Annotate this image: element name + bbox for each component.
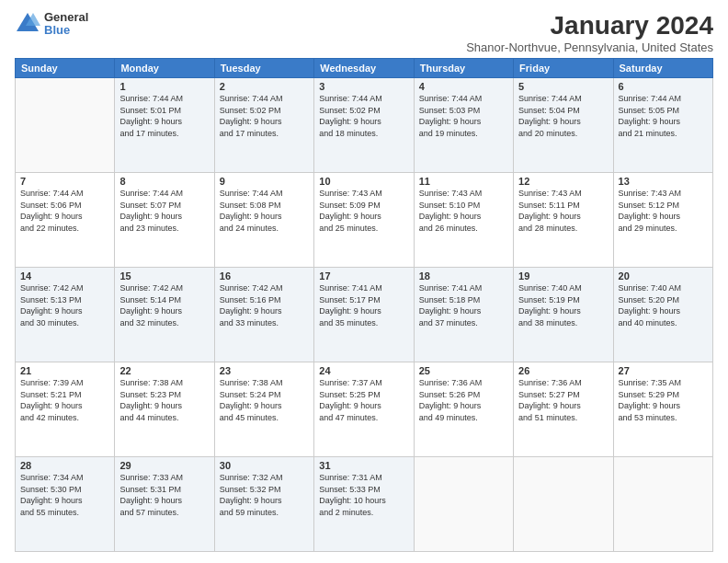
logo: General Blue (15, 11, 88, 38)
day-cell: 12Sunrise: 7:43 AM Sunset: 5:11 PM Dayli… (514, 173, 613, 268)
header-friday: Friday (514, 59, 613, 78)
day-cell (514, 457, 613, 552)
day-number: 13 (619, 176, 708, 187)
header-tuesday: Tuesday (214, 59, 313, 78)
day-info: Sunrise: 7:44 AM Sunset: 5:07 PM Dayligh… (119, 188, 209, 234)
day-number: 11 (419, 176, 508, 187)
day-cell: 13Sunrise: 7:43 AM Sunset: 5:12 PM Dayli… (613, 173, 712, 268)
week-row-3: 14Sunrise: 7:42 AM Sunset: 5:13 PM Dayli… (16, 268, 713, 362)
day-number: 17 (319, 270, 408, 282)
day-info: Sunrise: 7:43 AM Sunset: 5:12 PM Dayligh… (619, 188, 708, 234)
day-cell: 3Sunrise: 7:44 AM Sunset: 5:02 PM Daylig… (314, 78, 414, 173)
logo-blue-text: Blue (44, 24, 88, 37)
header-wednesday: Wednesday (314, 59, 414, 78)
day-cell: 2Sunrise: 7:44 AM Sunset: 5:02 PM Daylig… (214, 78, 313, 173)
header: General Blue January 2024 Shanor-Northvu… (15, 11, 713, 54)
day-number: 14 (20, 270, 109, 282)
day-number: 3 (319, 81, 408, 92)
day-info: Sunrise: 7:43 AM Sunset: 5:10 PM Dayligh… (419, 188, 508, 234)
day-cell: 11Sunrise: 7:43 AM Sunset: 5:10 PM Dayli… (414, 173, 513, 268)
day-info: Sunrise: 7:44 AM Sunset: 5:04 PM Dayligh… (518, 93, 608, 139)
day-cell (613, 457, 712, 552)
day-number: 20 (619, 270, 708, 282)
day-number: 24 (319, 365, 408, 376)
day-info: Sunrise: 7:43 AM Sunset: 5:09 PM Dayligh… (319, 188, 408, 234)
day-number: 8 (119, 176, 209, 187)
day-cell: 9Sunrise: 7:44 AM Sunset: 5:08 PM Daylig… (214, 173, 313, 268)
logo-general-text: General (44, 11, 88, 24)
subtitle: Shanor-Northvue, Pennsylvania, United St… (466, 40, 713, 54)
day-cell: 4Sunrise: 7:44 AM Sunset: 5:03 PM Daylig… (414, 78, 513, 173)
day-cell: 20Sunrise: 7:40 AM Sunset: 5:20 PM Dayli… (613, 268, 712, 362)
calendar-table: Sunday Monday Tuesday Wednesday Thursday… (15, 58, 713, 552)
day-info: Sunrise: 7:44 AM Sunset: 5:01 PM Dayligh… (119, 93, 209, 139)
day-cell: 26Sunrise: 7:36 AM Sunset: 5:27 PM Dayli… (514, 362, 613, 457)
page: General Blue January 2024 Shanor-Northvu… (0, 0, 728, 563)
day-cell: 27Sunrise: 7:35 AM Sunset: 5:29 PM Dayli… (613, 362, 712, 457)
day-number: 15 (119, 270, 209, 282)
day-number: 21 (20, 365, 109, 376)
day-number: 9 (220, 176, 309, 187)
week-row-4: 21Sunrise: 7:39 AM Sunset: 5:21 PM Dayli… (16, 362, 713, 457)
day-cell: 8Sunrise: 7:44 AM Sunset: 5:07 PM Daylig… (115, 173, 214, 268)
day-number: 10 (319, 176, 408, 187)
day-cell: 24Sunrise: 7:37 AM Sunset: 5:25 PM Dayli… (314, 362, 414, 457)
day-info: Sunrise: 7:42 AM Sunset: 5:16 PM Dayligh… (220, 282, 309, 328)
title-block: January 2024 Shanor-Northvue, Pennsylvan… (466, 11, 713, 54)
day-info: Sunrise: 7:44 AM Sunset: 5:08 PM Dayligh… (220, 188, 309, 234)
day-number: 7 (20, 176, 109, 187)
day-info: Sunrise: 7:42 AM Sunset: 5:14 PM Dayligh… (119, 282, 209, 328)
day-cell: 25Sunrise: 7:36 AM Sunset: 5:26 PM Dayli… (414, 362, 513, 457)
header-thursday: Thursday (414, 59, 513, 78)
day-cell: 30Sunrise: 7:32 AM Sunset: 5:32 PM Dayli… (214, 457, 313, 552)
day-cell: 17Sunrise: 7:41 AM Sunset: 5:17 PM Dayli… (314, 268, 414, 362)
day-number: 6 (619, 81, 708, 92)
day-info: Sunrise: 7:42 AM Sunset: 5:13 PM Dayligh… (20, 282, 109, 328)
day-cell: 28Sunrise: 7:34 AM Sunset: 5:30 PM Dayli… (16, 457, 115, 552)
week-row-5: 28Sunrise: 7:34 AM Sunset: 5:30 PM Dayli… (16, 457, 713, 552)
day-cell: 19Sunrise: 7:40 AM Sunset: 5:19 PM Dayli… (514, 268, 613, 362)
header-monday: Monday (115, 59, 214, 78)
logo-text: General Blue (44, 11, 88, 38)
day-number: 2 (220, 81, 309, 92)
day-cell: 21Sunrise: 7:39 AM Sunset: 5:21 PM Dayli… (16, 362, 115, 457)
day-number: 12 (518, 176, 608, 187)
day-cell: 29Sunrise: 7:33 AM Sunset: 5:31 PM Dayli… (115, 457, 214, 552)
day-number: 27 (619, 365, 708, 376)
day-info: Sunrise: 7:44 AM Sunset: 5:02 PM Dayligh… (319, 93, 408, 139)
day-info: Sunrise: 7:43 AM Sunset: 5:11 PM Dayligh… (518, 188, 608, 234)
day-number: 29 (119, 460, 209, 471)
day-number: 18 (419, 270, 508, 282)
week-row-1: 1Sunrise: 7:44 AM Sunset: 5:01 PM Daylig… (16, 78, 713, 173)
day-cell: 18Sunrise: 7:41 AM Sunset: 5:18 PM Dayli… (414, 268, 513, 362)
day-cell: 16Sunrise: 7:42 AM Sunset: 5:16 PM Dayli… (214, 268, 313, 362)
day-cell: 14Sunrise: 7:42 AM Sunset: 5:13 PM Dayli… (16, 268, 115, 362)
day-number: 22 (119, 365, 209, 376)
day-number: 26 (518, 365, 608, 376)
day-info: Sunrise: 7:40 AM Sunset: 5:20 PM Dayligh… (619, 282, 708, 328)
day-number: 4 (419, 81, 508, 92)
day-number: 1 (119, 81, 209, 92)
logo-icon (15, 11, 40, 37)
week-row-2: 7Sunrise: 7:44 AM Sunset: 5:06 PM Daylig… (16, 173, 713, 268)
day-cell: 31Sunrise: 7:31 AM Sunset: 5:33 PM Dayli… (314, 457, 414, 552)
day-cell: 7Sunrise: 7:44 AM Sunset: 5:06 PM Daylig… (16, 173, 115, 268)
day-number: 30 (220, 460, 309, 471)
day-number: 25 (419, 365, 508, 376)
day-info: Sunrise: 7:32 AM Sunset: 5:32 PM Dayligh… (220, 472, 309, 518)
day-info: Sunrise: 7:41 AM Sunset: 5:17 PM Dayligh… (319, 282, 408, 328)
day-cell: 15Sunrise: 7:42 AM Sunset: 5:14 PM Dayli… (115, 268, 214, 362)
day-info: Sunrise: 7:38 AM Sunset: 5:23 PM Dayligh… (119, 377, 209, 423)
day-cell: 10Sunrise: 7:43 AM Sunset: 5:09 PM Dayli… (314, 173, 414, 268)
day-info: Sunrise: 7:37 AM Sunset: 5:25 PM Dayligh… (319, 377, 408, 423)
day-cell: 6Sunrise: 7:44 AM Sunset: 5:05 PM Daylig… (613, 78, 712, 173)
day-info: Sunrise: 7:38 AM Sunset: 5:24 PM Dayligh… (220, 377, 309, 423)
day-cell (414, 457, 513, 552)
day-info: Sunrise: 7:36 AM Sunset: 5:26 PM Dayligh… (419, 377, 508, 423)
day-info: Sunrise: 7:34 AM Sunset: 5:30 PM Dayligh… (20, 472, 109, 518)
day-info: Sunrise: 7:35 AM Sunset: 5:29 PM Dayligh… (619, 377, 708, 423)
day-info: Sunrise: 7:39 AM Sunset: 5:21 PM Dayligh… (20, 377, 109, 423)
day-info: Sunrise: 7:33 AM Sunset: 5:31 PM Dayligh… (119, 472, 209, 518)
day-number: 23 (220, 365, 309, 376)
day-info: Sunrise: 7:44 AM Sunset: 5:06 PM Dayligh… (20, 188, 109, 234)
